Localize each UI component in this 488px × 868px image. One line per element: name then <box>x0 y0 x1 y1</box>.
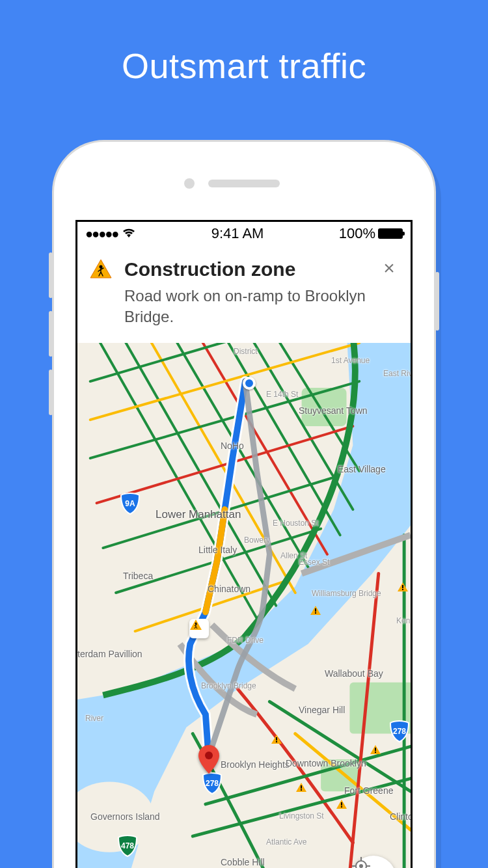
svg-point-34 <box>205 752 213 759</box>
promo-headline: Outsmart traffic <box>0 0 488 86</box>
svg-rect-29 <box>375 748 376 751</box>
svg-rect-24 <box>276 741 277 742</box>
signal-dots-icon: ●●●●● <box>85 226 118 241</box>
map-label: Bowery <box>244 536 270 545</box>
svg-rect-27 <box>341 802 342 806</box>
highway-shield: 278 <box>201 772 223 794</box>
highway-shield: 9A <box>119 493 141 515</box>
phone-frame: ●●●●● 9:41 AM 100% <box>52 140 436 868</box>
map-label: Cobble Hill <box>221 857 265 867</box>
construction-icon <box>89 258 113 282</box>
traffic-warning-icon <box>370 745 381 754</box>
phone-screen: ●●●●● 9:41 AM 100% <box>75 220 413 868</box>
traffic-warning-icon <box>296 783 306 792</box>
map-canvas[interactable]: DistrictE 14th StStuyvesant TownNoHoEast… <box>77 343 411 868</box>
map-label: Vinegar Hill <box>299 705 345 715</box>
status-bar: ●●●●● 9:41 AM 100% <box>77 222 411 245</box>
svg-rect-31 <box>402 585 403 588</box>
traffic-warning-icon <box>398 582 408 591</box>
map-label: FDR Drive <box>227 636 264 645</box>
locate-icon <box>351 856 372 868</box>
traffic-warning-icon <box>271 735 282 744</box>
phone-camera <box>184 178 195 189</box>
alert-title: Construction zone <box>124 258 368 280</box>
highway-shield: 478 <box>116 835 139 857</box>
map-label: District <box>234 347 258 356</box>
wifi-icon <box>122 228 136 239</box>
traffic-alert-card[interactable]: Construction zone Road work on on-ramp t… <box>77 245 411 344</box>
map-label: 1st Avenue <box>331 356 370 365</box>
map-label: Downtown Brooklyn <box>286 758 366 768</box>
construction-map-marker[interactable] <box>189 619 209 638</box>
map-label: Livingston St <box>279 811 324 821</box>
phone-speaker <box>208 180 280 187</box>
map-label: Lower Manhattan <box>156 508 241 521</box>
svg-rect-32 <box>402 589 403 590</box>
map-label: Chinatown <box>208 584 251 594</box>
traffic-warning-icon <box>336 800 347 809</box>
map-label: East River <box>383 369 411 378</box>
svg-rect-28 <box>341 806 342 807</box>
svg-point-0 <box>100 265 102 268</box>
map-label: Kent Ave <box>396 616 411 625</box>
status-time: 9:41 AM <box>211 225 264 242</box>
map-label: Brooklyn Heights <box>221 759 290 770</box>
map-label: NoHo <box>221 441 244 451</box>
map-label: terdam Pavillion <box>77 649 142 659</box>
svg-point-36 <box>359 864 363 868</box>
map-label: Stuyvesant Town <box>299 405 368 416</box>
map-label: Governors Island <box>90 811 160 822</box>
map-label: Tribeca <box>123 571 153 581</box>
map-label: E Houston St <box>273 519 319 528</box>
svg-rect-25 <box>301 785 302 789</box>
close-button[interactable]: × <box>379 258 399 328</box>
map-label: Clinton Hill <box>390 811 411 822</box>
map-label: Wallabout Bay <box>325 668 383 679</box>
svg-rect-30 <box>375 752 376 753</box>
map-label: Little Italy <box>198 545 237 555</box>
battery-icon <box>378 228 403 239</box>
map-label: Essex St <box>299 558 329 567</box>
alert-description: Road work on on-ramp to Brooklyn Bridge. <box>124 286 368 328</box>
map-label: River <box>85 714 103 723</box>
svg-rect-23 <box>276 737 277 740</box>
svg-rect-21 <box>315 608 316 612</box>
svg-point-33 <box>195 623 197 624</box>
map-label: Brooklyn Bridge <box>201 681 256 690</box>
svg-rect-26 <box>301 789 302 791</box>
svg-rect-22 <box>315 612 316 614</box>
map-label: Fort Greene <box>344 785 393 796</box>
map-label: Williamsburg Bridge <box>312 589 381 598</box>
route-origin-marker <box>243 377 256 390</box>
battery-percent: 100% <box>339 225 375 242</box>
highway-shield: 278 <box>388 720 411 742</box>
map-label: East Village <box>338 464 386 474</box>
traffic-warning-icon <box>310 606 321 615</box>
map-label: E 14th St <box>266 390 298 399</box>
map-label: Atlantic Ave <box>266 837 306 847</box>
